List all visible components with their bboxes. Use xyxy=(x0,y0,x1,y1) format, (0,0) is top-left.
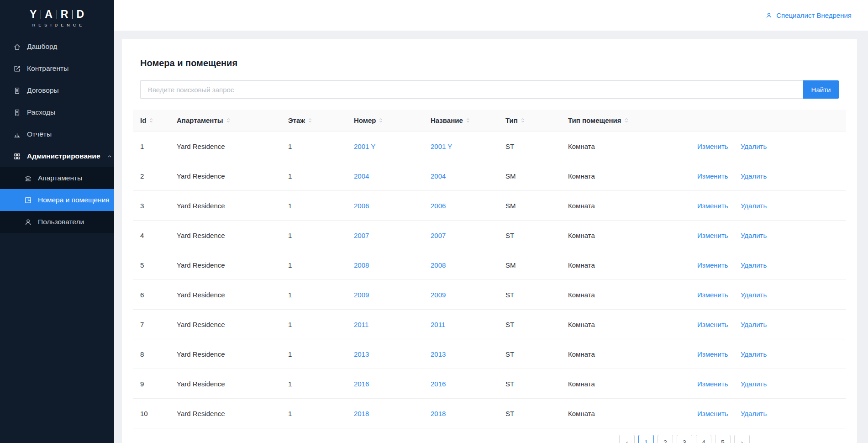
column-header[interactable]: Тип xyxy=(505,116,568,124)
sidebar-item-rooms[interactable]: Номера и помещения xyxy=(0,189,114,211)
edit-link[interactable]: Изменить xyxy=(697,291,728,299)
room-number-link[interactable]: 2011 xyxy=(354,321,368,328)
sidebar-nav: ДашбордКонтрагентыДоговорыРасходыОтчётыА… xyxy=(0,36,114,233)
sidebar-item-contracts[interactable]: Договоры xyxy=(0,79,114,101)
room-name-link[interactable]: 2013 xyxy=(431,350,446,358)
chevron-up-icon xyxy=(106,153,113,159)
cell-apartments: Yard Residence xyxy=(177,142,288,150)
grid-icon xyxy=(13,153,21,160)
delete-link[interactable]: Удалить xyxy=(741,261,767,269)
room-name-link[interactable]: 2016 xyxy=(431,380,446,388)
pagination: ‹12345› xyxy=(140,435,839,443)
page-button[interactable]: 1 xyxy=(638,435,654,443)
cell-floor: 1 xyxy=(288,261,354,269)
delete-link[interactable]: Удалить xyxy=(741,142,767,150)
sidebar-item-label: Апартаменты xyxy=(38,174,82,182)
room-name-link[interactable]: 2009 xyxy=(431,291,446,299)
cell-floor: 1 xyxy=(288,291,354,299)
room-number-link[interactable]: 2008 xyxy=(354,261,369,269)
room-number-link[interactable]: 2018 xyxy=(354,410,369,417)
edit-link[interactable]: Изменить xyxy=(697,321,728,328)
page-button[interactable]: 3 xyxy=(677,435,692,443)
sidebar-item-apartments[interactable]: Апартаменты xyxy=(0,167,114,189)
room-number-link[interactable]: 2013 xyxy=(354,350,369,358)
page-button[interactable]: 5 xyxy=(715,435,731,443)
room-name-link[interactable]: 2006 xyxy=(431,202,446,210)
sort-icon[interactable] xyxy=(308,117,312,124)
delete-link[interactable]: Удалить xyxy=(741,232,767,239)
table-header: IdАпартаментыЭтажНомерНазваниеТипТип пом… xyxy=(133,110,846,132)
column-header[interactable]: Апартаменты xyxy=(177,116,288,124)
room-name-link[interactable]: 2018 xyxy=(431,410,446,417)
sort-icon[interactable] xyxy=(624,117,629,124)
edit-link[interactable]: Изменить xyxy=(697,261,728,269)
table-row: 7Yard Residence120112011STКомнатаИзменит… xyxy=(133,310,846,339)
edit-link[interactable]: Изменить xyxy=(697,172,728,180)
room-name-link[interactable]: 2004 xyxy=(431,172,446,180)
sidebar-item-expenses[interactable]: Расходы xyxy=(0,101,114,123)
page-button[interactable]: 4 xyxy=(696,435,711,443)
room-number-link[interactable]: 2009 xyxy=(354,291,369,299)
column-header[interactable]: Тип помещения xyxy=(568,116,697,124)
edit-link[interactable]: Изменить xyxy=(697,232,728,239)
sort-icon[interactable] xyxy=(379,117,383,124)
room-number-link[interactable]: 2006 xyxy=(354,202,369,210)
sort-icon[interactable] xyxy=(466,117,470,124)
edit-link[interactable]: Изменить xyxy=(697,380,728,388)
room-number-link[interactable]: 2016 xyxy=(354,380,369,388)
sort-icon[interactable] xyxy=(149,117,153,124)
delete-link[interactable]: Удалить xyxy=(741,291,767,299)
sidebar-item-dashboard[interactable]: Дашборд xyxy=(0,36,114,58)
delete-link[interactable]: Удалить xyxy=(741,410,767,417)
column-header[interactable]: Этаж xyxy=(288,116,354,124)
room-name-link[interactable]: 2007 xyxy=(431,232,446,239)
cell-apartments: Yard Residence xyxy=(177,380,288,388)
sidebar-item-label: Отчёты xyxy=(27,130,52,138)
room-number-link[interactable]: 2004 xyxy=(354,172,369,180)
edit-link[interactable]: Изменить xyxy=(697,410,728,417)
delete-link[interactable]: Удалить xyxy=(741,202,767,210)
sort-icon[interactable] xyxy=(226,117,231,124)
search-button[interactable]: Найти xyxy=(803,80,839,99)
page-button[interactable]: 2 xyxy=(658,435,673,443)
column-header[interactable]: Id xyxy=(133,116,177,124)
edit-link[interactable]: Изменить xyxy=(697,142,728,150)
column-header[interactable]: Номер xyxy=(354,116,431,124)
page-nav-button[interactable]: › xyxy=(734,435,750,443)
room-name-link[interactable]: 2008 xyxy=(431,261,446,269)
room-number-link[interactable]: 2007 xyxy=(354,232,369,239)
delete-link[interactable]: Удалить xyxy=(741,321,767,328)
brand-logo: YARD RESIDENCE xyxy=(0,0,114,36)
cell-type: ST xyxy=(505,291,568,299)
search-input[interactable] xyxy=(140,80,803,99)
sidebar-item-users[interactable]: Пользователи xyxy=(0,211,114,233)
delete-link[interactable]: Удалить xyxy=(741,172,767,180)
sidebar-item-administration[interactable]: Администрирование xyxy=(0,145,114,167)
user-menu[interactable]: Специалист Внедрения xyxy=(765,11,852,19)
document-icon xyxy=(13,87,21,95)
sidebar-item-contractors[interactable]: Контрагенты xyxy=(0,58,114,79)
column-label: Этаж xyxy=(288,116,305,124)
content-card: Номера и помещения Найти IdАпартаментыЭт… xyxy=(122,39,857,443)
delete-link[interactable]: Удалить xyxy=(741,380,767,388)
topbar: Специалист Внедрения xyxy=(114,0,868,31)
edit-link[interactable]: Изменить xyxy=(697,202,728,210)
sort-icon[interactable] xyxy=(521,117,525,124)
page-title: Номера и помещения xyxy=(140,58,839,69)
cell-room-type: Комната xyxy=(568,261,697,269)
user-name: Специалист Внедрения xyxy=(776,11,852,19)
table-row: 2Yard Residence120042004SMКомнатаИзменит… xyxy=(133,161,846,191)
cell-apartments: Yard Residence xyxy=(177,202,288,210)
room-name-link[interactable]: 2001 Y xyxy=(431,142,452,150)
cell-floor: 1 xyxy=(288,380,354,388)
cell-room-type: Комната xyxy=(568,350,697,358)
chart-icon xyxy=(13,131,21,138)
rooms-table: IdАпартаментыЭтажНомерНазваниеТипТип пом… xyxy=(133,110,846,428)
edit-link[interactable]: Изменить xyxy=(697,350,728,358)
room-name-link[interactable]: 2011 xyxy=(431,321,445,328)
room-number-link[interactable]: 2001 Y xyxy=(354,142,375,150)
delete-link[interactable]: Удалить xyxy=(741,350,767,358)
sidebar-item-reports[interactable]: Отчёты xyxy=(0,123,114,145)
column-header[interactable]: Название xyxy=(431,116,505,124)
page-nav-button[interactable]: ‹ xyxy=(619,435,635,443)
